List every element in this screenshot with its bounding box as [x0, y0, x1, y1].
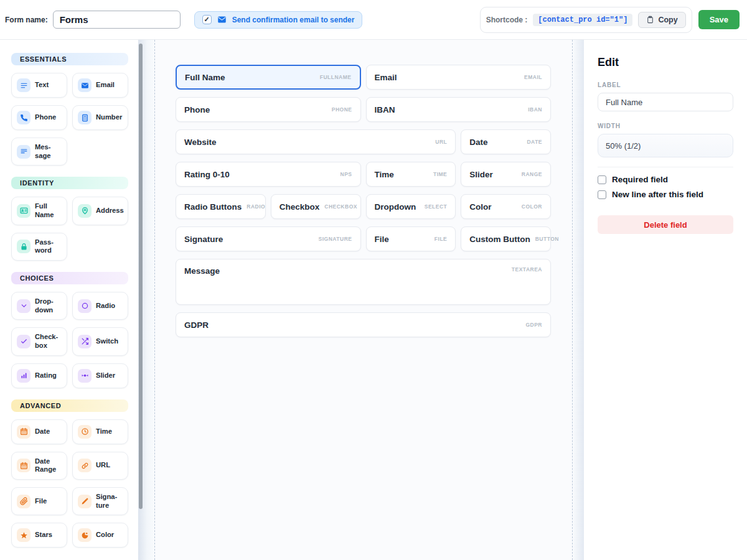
canvas-field-slider[interactable]: SliderRANGE — [461, 162, 551, 187]
map-pin-icon — [78, 204, 92, 218]
field-label: Signature — [184, 235, 223, 244]
canvas-field-signature[interactable]: SignatureSIGNATURE — [176, 226, 361, 251]
canvas-field-email[interactable]: EmailEMAIL — [366, 65, 552, 90]
field-type-tag: EMAIL — [524, 74, 542, 80]
copy-shortcode-button[interactable]: Copy — [638, 12, 685, 28]
palette-item-switch[interactable]: Switch — [72, 327, 128, 355]
palette-item-label: Number — [96, 113, 122, 122]
canvas-field-dropdown[interactable]: DropdownSELECT — [366, 194, 456, 219]
palette-item-phone[interactable]: Phone — [11, 105, 67, 130]
canvas-field-radio-buttons[interactable]: Radio ButtonsRADIO — [176, 194, 266, 219]
palette-item-label: Full Name — [35, 202, 63, 219]
field-type-tag: CHECKBOX — [324, 203, 357, 210]
field-palette-sidebar: ESSENTIALSTextEmailPhoneNumberMes­sageID… — [0, 40, 138, 560]
field-type-tag: TEXTAREA — [512, 266, 542, 273]
field-type-tag: BUTTON — [535, 236, 559, 242]
palette-item-label: Email — [96, 81, 115, 90]
palette-item-rating[interactable]: Rating — [11, 363, 67, 388]
field-label: Radio Buttons — [184, 202, 242, 212]
link-icon — [78, 459, 92, 472]
canvas-field-time[interactable]: TimeTIME — [366, 162, 456, 187]
canvas-field-date[interactable]: DateDATE — [461, 129, 551, 154]
checkbox-label: New line after this field — [612, 190, 703, 199]
field-type-tag: DATE — [527, 139, 542, 145]
palette-item-number[interactable]: Number — [72, 105, 128, 130]
confirmation-label: Send confirmation email to sender — [232, 16, 355, 24]
right-gutter — [573, 40, 584, 560]
palette-item-time[interactable]: Time — [72, 419, 128, 444]
field-type-tag: FULLNAME — [320, 74, 352, 80]
phone-icon — [17, 111, 31, 124]
palette-item-address[interactable]: Address — [72, 197, 128, 225]
palette-item-color[interactable]: Color — [72, 523, 128, 548]
edit-panel-title: Edit — [598, 56, 733, 69]
palette-item-password[interactable]: Pass­word — [11, 233, 67, 261]
form-name-input[interactable] — [53, 11, 181, 29]
canvas-field-phone[interactable]: PhonePHONE — [176, 97, 361, 122]
palette-item-label: Stars — [35, 531, 52, 539]
left-gutter — [138, 40, 154, 560]
canvas-field-website[interactable]: WebsiteURL — [176, 129, 456, 154]
confirmation-email-toggle[interactable]: ✓ Send confirmation email to sender — [194, 11, 363, 29]
palette-item-dropdown[interactable]: Drop­down — [11, 292, 67, 320]
canvas-field-iban[interactable]: IBANIBAN — [366, 97, 552, 122]
field-type-tag: FILE — [435, 236, 447, 242]
canvas-field-message[interactable]: MessageTEXTAREA — [176, 259, 551, 305]
required-field-checkbox[interactable]: Required field — [598, 175, 733, 184]
envelope-icon — [78, 78, 92, 92]
palette-item-full-name[interactable]: Full Name — [11, 197, 67, 225]
palette-item-label: Signa­ture — [96, 493, 125, 510]
palette-section-choices: CHOICESDrop­downRadioCheck­boxSwitchRati… — [11, 272, 128, 388]
palette-item-radio[interactable]: Radio — [72, 292, 128, 320]
palette-item-message[interactable]: Mes­sage — [11, 138, 67, 166]
new-line-after-this-field-checkbox[interactable]: New line after this field — [598, 190, 733, 199]
palette-item-file[interactable]: File — [11, 487, 67, 515]
text-lines-icon — [17, 78, 31, 92]
checkbox-box[interactable] — [598, 175, 606, 184]
canvas-field-gdpr[interactable]: GDPRGDPR — [176, 312, 551, 337]
palette-item-label: Check­box — [35, 333, 63, 350]
confirmation-checkbox[interactable]: ✓ — [202, 15, 212, 24]
palette-item-date[interactable]: Date — [11, 419, 67, 444]
save-button[interactable]: Save — [698, 10, 740, 29]
lock-icon — [17, 240, 31, 253]
section-header-choices: CHOICES — [11, 272, 128, 284]
color-wheel-icon — [78, 528, 92, 542]
canvas-field-file[interactable]: FileFILE — [366, 226, 456, 251]
canvas-field-color[interactable]: ColorCOLOR — [461, 194, 551, 219]
label-caption: LABEL — [598, 82, 733, 88]
palette-item-slider[interactable]: Slider — [72, 363, 128, 388]
field-label-input[interactable] — [598, 93, 733, 111]
width-select[interactable]: 50% (1/2) — [598, 134, 733, 157]
checkbox-box[interactable] — [598, 190, 606, 199]
palette-section-identity: IDENTITYFull NameAddressPass­word — [11, 177, 128, 261]
palette-item-label: Drop­down — [35, 297, 63, 314]
paperclip-icon — [17, 495, 31, 508]
canvas-field-full-name[interactable]: Full NameFULLNAME — [176, 65, 361, 90]
palette-item-stars[interactable]: Stars — [11, 523, 67, 548]
form-name-label: Form name: — [5, 16, 48, 24]
checkbox-label: Required field — [612, 175, 668, 184]
sidebar-scrollbar[interactable] — [139, 44, 143, 509]
palette-item-email[interactable]: Email — [72, 73, 128, 98]
canvas-field-custom-button[interactable]: Custom ButtonBUTTON — [461, 226, 551, 251]
palette-item-label: Phone — [35, 113, 56, 122]
palette-item-url[interactable]: URL — [72, 452, 128, 480]
topbar: Form name: ✓ Send confirmation email to … — [0, 0, 747, 40]
canvas-field-checkbox[interactable]: CheckboxCHECKBOX — [271, 194, 361, 219]
palette-item-signature[interactable]: Signa­ture — [72, 487, 128, 515]
field-type-tag: URL — [435, 139, 447, 145]
section-header-identity: IDENTITY — [11, 177, 128, 189]
palette-item-checkbox[interactable]: Check­box — [11, 327, 67, 355]
palette-item-text[interactable]: Text — [11, 73, 67, 98]
canvas-field-rating-0-10[interactable]: Rating 0-10NPS — [176, 162, 361, 187]
field-type-tag: IBAN — [528, 106, 542, 113]
palette-item-date-range[interactable]: Date Range — [11, 452, 67, 480]
field-type-tag: GDPR — [525, 322, 542, 328]
field-label: Date — [469, 138, 487, 147]
field-label: Message — [184, 266, 220, 276]
delete-field-button[interactable]: Delete field — [598, 215, 733, 234]
palette-item-label: Date Range — [35, 457, 63, 474]
palette-section-essentials: ESSENTIALSTextEmailPhoneNumberMes­sage — [11, 53, 128, 166]
shortcode-label: Shortcode : — [486, 16, 528, 24]
